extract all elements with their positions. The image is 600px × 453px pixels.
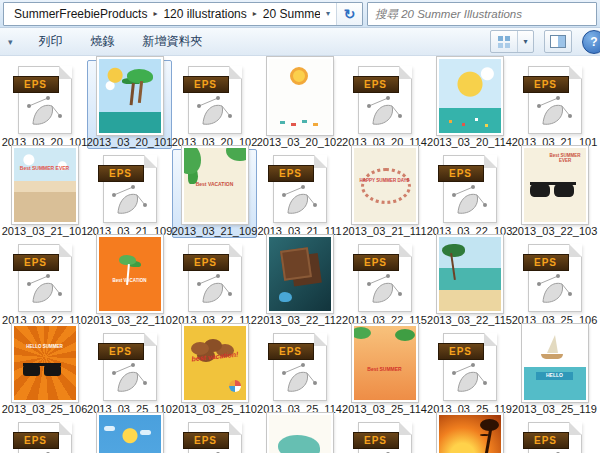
file-item-thumbnail[interactable]: Best SUMMER2013_03_25_114 xyxy=(342,327,427,416)
file-icon-area: Best SUMMER EVER xyxy=(513,150,596,224)
file-icon-area: Best SUMMER xyxy=(343,328,426,402)
eps-badge: EPS xyxy=(98,343,144,360)
burn-button[interactable]: 燒錄 xyxy=(81,29,125,54)
eps-file-icon: EPS xyxy=(18,422,72,453)
file-item-eps[interactable]: EPS xyxy=(342,416,427,453)
file-item-eps[interactable]: EPS 2013_03_22_110 xyxy=(2,238,87,327)
file-item-eps[interactable]: EPS 2013_03_21_111 xyxy=(257,149,342,238)
file-item-eps[interactable]: EPS 2013_03_25_119 xyxy=(427,327,512,416)
file-item-eps[interactable]: EPS xyxy=(172,416,257,453)
file-item-thumbnail[interactable] xyxy=(257,416,342,453)
file-item-thumbnail[interactable]: 2013_03_20_114 xyxy=(427,60,512,149)
palm-island-thumbnail xyxy=(97,57,163,135)
bezier-curve-icon xyxy=(196,94,234,130)
file-icon-area: EPS xyxy=(88,328,171,402)
thumbnail-caption: HELLO xyxy=(536,372,573,380)
eps-file-icon: EPS xyxy=(188,66,242,134)
breadcrumb[interactable]: SummerFreebieProducts ▸ 120 illustration… xyxy=(3,2,363,26)
file-item-thumbnail[interactable]: 2013_03_20_101 xyxy=(87,60,172,149)
file-item-eps[interactable]: EPS 2013_03_21_101 xyxy=(512,60,597,149)
file-item-thumbnail[interactable]: Best VACATION2013_03_21_109 xyxy=(172,149,257,238)
eps-badge: EPS xyxy=(438,165,484,182)
thumbnail-caption: Best VACATION xyxy=(184,182,246,188)
file-item-thumbnail[interactable]: HELLO SUMMER2013_03_25_106 xyxy=(2,327,87,416)
file-item-eps[interactable]: EPS xyxy=(512,416,597,453)
breadcrumb-item-current-folder[interactable]: 20 Summer Illustrations xyxy=(259,7,320,21)
file-item-thumbnail[interactable] xyxy=(87,416,172,453)
file-item-thumbnail[interactable]: HAPPY SUMMER DAYS2013_03_21_111 xyxy=(342,149,427,238)
file-name: 2013_03_25_106 xyxy=(2,403,88,415)
toolbar-overflow chevron-down-icon[interactable]: ▾ xyxy=(8,37,13,47)
preview-pane-button[interactable] xyxy=(544,30,572,53)
eps-badge: EPS xyxy=(13,432,59,449)
file-icon-area xyxy=(88,61,171,135)
file-item-eps[interactable]: EPS 2013_03_22_115 xyxy=(342,238,427,327)
file-name: 2013_03_22_115 xyxy=(427,314,512,326)
eps-badge: EPS xyxy=(183,76,229,93)
file-item-thumbnail[interactable] xyxy=(427,416,512,453)
refresh-icon: ↻ xyxy=(344,6,356,22)
file-icon-area: EPS xyxy=(3,61,86,135)
teal-wave-thumbnail xyxy=(267,413,333,453)
eps-file-icon: EPS xyxy=(273,155,327,223)
file-item-eps[interactable]: EPS 2013_03_25_114 xyxy=(257,327,342,416)
file-icon-area: HELLO SUMMER xyxy=(3,328,86,402)
file-item-thumbnail[interactable]: 2013_03_22_112 xyxy=(257,238,342,327)
wreath-thumbnail: HAPPY SUMMER DAYS xyxy=(352,146,418,224)
file-icon-area xyxy=(428,61,511,135)
bezier-curve-icon xyxy=(366,94,404,130)
eps-badge: EPS xyxy=(183,432,229,449)
file-icon-area xyxy=(428,239,511,313)
file-name: 2013_03_21_101 xyxy=(2,225,88,237)
eps-file-icon: EPS xyxy=(188,422,242,453)
sun-sea-thumbnail xyxy=(437,57,503,135)
bezier-curve-icon xyxy=(196,272,234,308)
file-item-eps[interactable]: EPS 2013_03_20_102 xyxy=(172,60,257,149)
address-dropdown chevron-down-icon[interactable]: ▾ xyxy=(320,3,336,25)
file-item-thumbnail[interactable]: HELLO2013_03_25_119 xyxy=(512,327,597,416)
new-folder-button[interactable]: 新增資料夾 xyxy=(133,29,213,54)
file-item-eps[interactable]: EPS 2013_03_21_109 xyxy=(87,149,172,238)
bezier-curve-icon xyxy=(366,272,404,308)
eps-badge: EPS xyxy=(523,254,569,271)
file-icon-area: EPS xyxy=(428,150,511,224)
breadcrumb-item-120-illustrations[interactable]: 120 illustrations xyxy=(159,7,250,21)
file-item-eps[interactable]: EPS 2013_03_25_106 xyxy=(512,238,597,327)
file-item-thumbnail[interactable]: 2013_03_20_102 xyxy=(257,60,342,149)
file-name: 2013_03_22_110 xyxy=(87,314,172,326)
search-input[interactable] xyxy=(368,5,596,23)
help-button[interactable]: ? xyxy=(582,30,600,54)
refresh-button[interactable]: ↻ xyxy=(336,3,362,25)
change-view-button[interactable]: ▾ xyxy=(490,30,534,53)
file-name: 2013_03_22_103 xyxy=(512,225,598,237)
sun-doodle-thumbnail xyxy=(267,57,333,135)
file-item-thumbnail[interactable]: Best VACATION2013_03_22_110 xyxy=(87,238,172,327)
file-item-eps[interactable]: EPS xyxy=(2,416,87,453)
search-box[interactable] xyxy=(367,2,597,26)
toolbar-right-group: ▾ ? xyxy=(490,30,594,54)
eps-file-icon: EPS xyxy=(358,66,412,134)
palm-beach-thumbnail xyxy=(437,235,503,313)
file-item-eps[interactable]: EPS 2013_03_25_110 xyxy=(87,327,172,416)
view-dropdown chevron-down-icon[interactable]: ▾ xyxy=(517,31,533,52)
bezier-curve-icon xyxy=(26,94,64,130)
file-item-eps[interactable]: EPS 2013_03_20_114 xyxy=(342,60,427,149)
thumbnail-caption: HAPPY SUMMER DAYS xyxy=(354,178,416,183)
beach-sand-thumbnail: Best SUMMER EVER xyxy=(12,146,78,224)
file-item-thumbnail[interactable]: best vacation!2013_03_25_110 xyxy=(172,327,257,416)
file-icon-area: EPS xyxy=(258,150,341,224)
file-icon-area: EPS xyxy=(513,417,596,453)
file-item-thumbnail[interactable]: 2013_03_22_115 xyxy=(427,238,512,327)
island-sky-thumbnail xyxy=(97,413,163,453)
print-button[interactable]: 列印 xyxy=(29,29,73,54)
file-icon-area: Best VACATION xyxy=(173,150,256,224)
file-item-eps[interactable]: EPS 2013_03_22_103 xyxy=(427,149,512,238)
file-item-eps[interactable]: EPS 2013_03_22_112 xyxy=(172,238,257,327)
file-item-thumbnail[interactable]: Best SUMMER EVER2013_03_21_101 xyxy=(2,149,87,238)
eps-file-icon: EPS xyxy=(103,155,157,223)
file-item-eps[interactable]: EPS 2013_03_20_101 xyxy=(2,60,87,149)
file-item-thumbnail[interactable]: Best SUMMER EVER2013_03_22_103 xyxy=(512,149,597,238)
breadcrumb-item-root[interactable]: SummerFreebieProducts xyxy=(10,7,151,21)
preview-pane-icon xyxy=(550,35,566,48)
eps-file-icon: EPS xyxy=(18,244,72,312)
